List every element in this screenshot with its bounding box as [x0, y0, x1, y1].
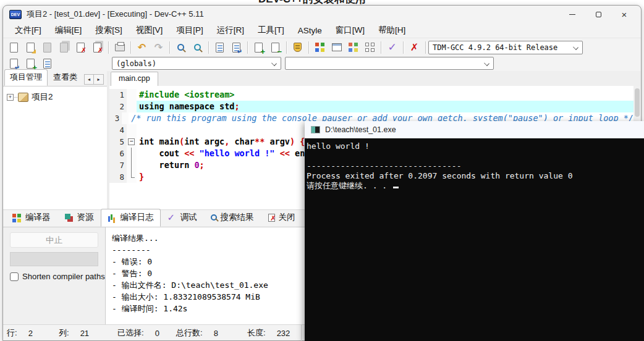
chevron-down-icon: [573, 44, 578, 50]
project-options-button[interactable]: [289, 40, 306, 55]
output-tab-grid[interactable]: 编译器: [6, 209, 57, 227]
print-button[interactable]: [111, 40, 128, 55]
tree-item-project[interactable]: + 项目2: [7, 91, 107, 103]
expand-icon[interactable]: +: [7, 94, 14, 101]
status-value: 2: [28, 329, 33, 338]
menu-item[interactable]: 运行[R]: [210, 23, 251, 37]
run-button[interactable]: [328, 40, 345, 55]
search-icon: [211, 214, 217, 221]
close-file-button[interactable]: [72, 40, 89, 55]
code-line[interactable]: 2using namespace std;: [109, 101, 633, 112]
abort-button[interactable]: 中止: [10, 232, 98, 248]
output-tab-label: 编译器: [25, 212, 51, 223]
devcpp-app-icon: DEV: [9, 10, 22, 19]
replace-button[interactable]: [189, 40, 206, 55]
add-file-button[interactable]: [250, 40, 267, 55]
menu-item[interactable]: 帮助[H]: [371, 23, 412, 37]
compile-run-icon: [349, 43, 358, 52]
minimize-button[interactable]: [559, 6, 585, 23]
member-select[interactable]: [285, 57, 494, 70]
new-file-button[interactable]: [6, 40, 22, 55]
console-line: hello world !: [307, 141, 643, 151]
menu-item[interactable]: 文件[F]: [8, 23, 48, 37]
checkbox-icon[interactable]: [10, 272, 19, 281]
console-line: 请按任意键继续. . .: [307, 181, 643, 191]
compile-run-button[interactable]: [345, 40, 362, 55]
add-file-icon: [255, 43, 263, 53]
tab-scroll-buttons[interactable]: ◂▸: [84, 74, 104, 85]
maximize-button[interactable]: [585, 6, 611, 23]
scrollbar-thumb[interactable]: [635, 88, 640, 117]
menu-item[interactable]: AStyle: [291, 25, 329, 36]
output-tab-check[interactable]: 调试: [161, 209, 204, 227]
menu-item[interactable]: 项目[P]: [169, 23, 210, 37]
class-browser-toolbar: (globals): [3, 56, 641, 71]
syntax-check-button[interactable]: ✓: [384, 40, 400, 55]
console-line: Process exited after 0.2097 seconds with…: [307, 171, 643, 181]
status-label: 行:: [3, 327, 17, 339]
abort-compile-button[interactable]: ✗: [406, 40, 423, 55]
open-file-button[interactable]: [22, 40, 39, 55]
tab-main-cpp[interactable]: main.cpp: [111, 72, 158, 86]
find-button[interactable]: [172, 40, 189, 55]
code-line[interactable]: 1#include <iostream>: [109, 89, 633, 101]
minimize-icon: [569, 14, 575, 15]
status-segment: 总行数:8: [172, 325, 244, 341]
console-line: [307, 151, 643, 161]
output-tab-closex[interactable]: 关闭: [261, 209, 302, 227]
compiler-profile-value: TDM-GCC 4.9.2 64-bit Release: [433, 43, 557, 52]
line-number: 5: [109, 136, 127, 148]
fold-gutter[interactable]: −: [127, 136, 137, 148]
undo-button[interactable]: ↶: [133, 40, 150, 55]
close-all-button[interactable]: [89, 40, 106, 55]
line-number: 6: [109, 148, 127, 159]
swap-header-source-button[interactable]: [228, 40, 245, 55]
output-tab-chart[interactable]: 编译日志: [101, 209, 161, 227]
menu-item[interactable]: 视图[V]: [129, 23, 170, 37]
save-button[interactable]: [39, 40, 56, 55]
output-tab-layers[interactable]: 资源: [57, 209, 101, 227]
console-window[interactable]: D:\teach\test_01.exe hello world ! -----…: [305, 121, 644, 341]
swap-header-source-icon: [232, 43, 240, 53]
close-button[interactable]: ×: [611, 6, 637, 23]
menu-item[interactable]: 搜索[S]: [88, 23, 129, 37]
editor-tab-bar: main.cpp: [109, 71, 641, 86]
checkbox-label: Shorten compiler paths: [22, 272, 105, 281]
fold-collapse-icon[interactable]: −: [128, 138, 135, 145]
rebuild-all-button[interactable]: [362, 40, 378, 55]
layers-icon: [64, 213, 74, 222]
save-all-icon: [60, 43, 68, 53]
title-bar[interactable]: DEV 项目2 - [test_01.dev] - [Executing] - …: [3, 6, 641, 23]
scope-select[interactable]: (globals): [112, 57, 281, 70]
remove-file-button[interactable]: [267, 40, 284, 55]
open-file-icon: [27, 43, 35, 53]
output-tab-search[interactable]: 搜索结果: [204, 209, 261, 227]
fold-gutter: [122, 112, 129, 124]
compile-button[interactable]: [311, 40, 328, 55]
goto-line-button[interactable]: [211, 40, 228, 55]
code-text: #include <iostream>: [137, 89, 633, 101]
print-icon: [115, 44, 125, 51]
menu-item[interactable]: 窗口[W]: [329, 23, 371, 37]
project-panel-tab[interactable]: 项目管理: [4, 69, 48, 86]
menu-item[interactable]: 编辑[E]: [48, 23, 89, 37]
chart-icon: [108, 213, 117, 222]
fold-gutter: [127, 89, 137, 101]
output-tab-label: 编译日志: [121, 212, 154, 223]
project-panel-tab[interactable]: 查看类: [48, 69, 83, 86]
compiler-profile-select[interactable]: TDM-GCC 4.9.2 64-bit Release: [428, 41, 583, 54]
status-value: 0: [155, 329, 159, 338]
fold-gutter: [127, 101, 137, 112]
menu-item[interactable]: 工具[T]: [251, 23, 291, 37]
fold-gutter: [127, 159, 137, 171]
status-label: 列:: [55, 327, 69, 339]
console-title-bar[interactable]: D:\teach\test_01.exe: [305, 121, 644, 138]
scroll-right-icon[interactable]: ▸: [94, 75, 103, 84]
redo-button[interactable]: ↷: [150, 40, 167, 55]
shorten-paths-option[interactable]: Shorten compiler paths: [10, 272, 105, 281]
scroll-left-icon[interactable]: ◂: [85, 75, 94, 84]
save-all-button[interactable]: [56, 40, 72, 55]
console-output[interactable]: hello world ! --------------------------…: [305, 138, 644, 341]
undo-icon: ↶: [138, 43, 146, 53]
console-line: --------------------------------: [307, 161, 643, 171]
